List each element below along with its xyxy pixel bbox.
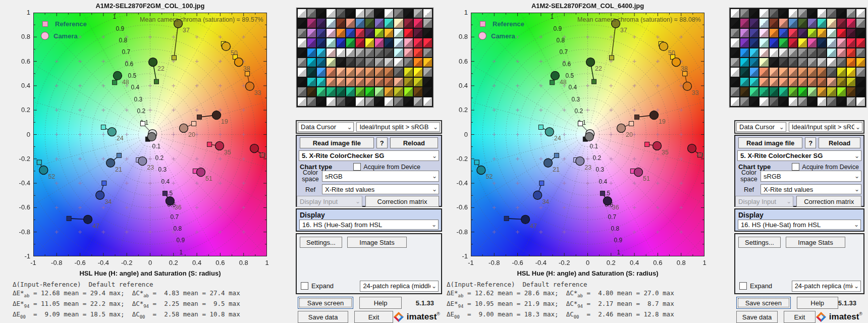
help-button[interactable]: Help [797, 297, 838, 309]
color-space-select[interactable]: sRGB ⌄ [322, 171, 439, 182]
x-tick-label: 0.4 [622, 259, 647, 266]
x-axis-label: HSL Hue (H: angle) and Saturation (S: ra… [471, 270, 704, 277]
reload-button[interactable]: Reload [819, 137, 860, 148]
view-mode-select[interactable]: Ideal/Input split > sRGB ⌄ [356, 122, 440, 132]
legend-reference-label: Reference [55, 20, 87, 28]
reference-values-value: X-Rite std values [325, 186, 431, 193]
display-input-value: Display Input [738, 198, 785, 205]
x-tick-label: -0.6 [505, 259, 530, 266]
chevron-down-icon: ⌄ [785, 199, 792, 203]
save-screen-button[interactable]: Save screen [736, 297, 791, 309]
y-tick-label: 0 [10, 131, 30, 138]
delta-e-statistics: Δ(Input-Reference) Default referenceΔE*a… [13, 281, 240, 321]
settings-button[interactable]: Settings... [738, 237, 781, 248]
legend-reference-label: Reference [493, 20, 524, 28]
read-image-file-button[interactable]: Read image file [300, 137, 374, 148]
question-button[interactable]: ? [805, 137, 816, 148]
read-image-file-button[interactable]: Read image file [738, 137, 802, 148]
y-tick-label: 0.6 [10, 58, 30, 65]
color-space-select[interactable]: sRGB ⌄ [761, 171, 861, 182]
panel-controls: Data Cursor ⌄ Ideal/Input split > sRGB ⌄… [734, 0, 864, 323]
stats-header: Δ(Input-Reference) Default reference [13, 281, 240, 289]
chart-type-select[interactable]: 5. X-Rite ColorChecker SG ⌄ [737, 150, 861, 161]
x-tick-label: -0.2 [552, 259, 577, 266]
y-tick-label: 0.4 [10, 82, 30, 89]
legend: Reference Camera [41, 18, 87, 42]
plot-frame [33, 13, 267, 256]
stats-header: Δ(Input-Reference) Default reference [447, 281, 674, 289]
display-mode-select[interactable]: 16. HS (Hue-Sat) from HSL ⌄ [299, 220, 439, 230]
expand-checkbox[interactable] [301, 282, 308, 290]
save-row-1: Save screen Help 5.1.33 [296, 297, 442, 309]
x-tick-label: -1 [458, 259, 483, 266]
reference-marker-icon [480, 21, 485, 27]
y-tick-label: -0.2 [448, 155, 468, 163]
replica-select[interactable]: 24-patch replica (middle) ⌄ [360, 281, 439, 292]
help-button[interactable]: Help [359, 297, 402, 309]
hue-saturation-plot-right: 10.90.80.70.60.50.40.30.20.110.90.80.70.… [471, 13, 704, 256]
exit-button[interactable]: Exit [354, 311, 393, 323]
camera-marker-icon [41, 32, 49, 40]
ref-label: Ref [737, 186, 761, 193]
imatest-logo-icon [393, 311, 404, 322]
image-stats-button[interactable]: Image Stats [347, 237, 407, 248]
data-cursor-select[interactable]: Data Cursor ⌄ [736, 122, 786, 132]
x-tick-label: -0.8 [44, 259, 69, 266]
chart-type-value: 5. X-Rite ColorChecker SG [740, 152, 853, 159]
display-section: Display 16. HS (Hue-Sat) from HSL ⌄ [296, 208, 442, 232]
chevron-down-icon: ⌄ [853, 187, 860, 191]
mean-chroma-annotation: Mean camera chroma (saturation) = 88.08% [577, 16, 701, 23]
expand-label: Expand [311, 282, 334, 290]
save-data-button[interactable]: Save data [298, 311, 348, 323]
x-tick-label: 0.2 [599, 259, 624, 266]
y-tick-label: -0.2 [10, 155, 30, 163]
reference-values-select[interactable]: X-Rite std values ⌄ [322, 184, 439, 194]
legend-camera-label: Camera [491, 32, 515, 40]
chart-type-select[interactable]: 5. X-Rite ColorChecker SG ⌄ [299, 150, 439, 161]
stats-row: ΔE*ab = 12.62 mean = 28.6 max; ΔC*ab = 4… [447, 289, 674, 300]
reload-button[interactable]: Reload [390, 137, 438, 148]
display-section: Display 16. HS (Hue-Sat) from HSL ⌄ [734, 208, 864, 232]
reference-values-select[interactable]: X-Rite std values ⌄ [761, 184, 861, 194]
imatest-logo-text: imatest [407, 312, 437, 322]
control-panel-middle: Data Cursor ⌄ Ideal/Input split > sRGB ⌄… [296, 0, 442, 323]
display-mode-select[interactable]: 16. HS (Hue-Sat) from HSL ⌄ [738, 220, 861, 230]
x-tick-label: 0 [575, 259, 601, 266]
x-tick-label: -0.4 [91, 259, 116, 266]
correction-matrix-button[interactable]: Correction matrix [796, 196, 861, 207]
image-stats-button[interactable]: Image Stats [786, 237, 845, 248]
save-data-button[interactable]: Save data [736, 311, 778, 323]
panel-controls: Data Cursor ⌄ Ideal/Input split > sRGB ⌄… [296, 0, 442, 323]
exit-button[interactable]: Exit [784, 311, 816, 323]
settings-button[interactable]: Settings... [300, 237, 342, 248]
display-header: Display [738, 211, 764, 219]
replica-select[interactable]: 24-patch replica (middle) ⌄ [792, 281, 861, 292]
display-input-value: Display Input [300, 198, 354, 205]
imatest-logo-icon [816, 311, 827, 322]
stats-row: ΔE00 = 9.00 mean = 18.3 max; ΔC00 = 2.46… [447, 310, 674, 321]
plot-title: A1M2-SEL2870F2GM_COL_100.jpg [33, 2, 267, 10]
cursor-view-row: Data Cursor ⌄ Ideal/Input split > sRGB ⌄ [296, 120, 442, 134]
replica-value: 24-patch replica (middle) [363, 282, 430, 290]
delta-e-statistics: Δ(Input-Reference) Default referenceΔE*a… [447, 281, 674, 321]
x-tick-label: -0.2 [114, 259, 139, 266]
y-tick-label: -0.4 [448, 179, 468, 187]
color-space-label: Color space [737, 170, 761, 183]
camera-marker-icon [478, 32, 486, 40]
imatest-logo-text: imatest [829, 312, 859, 322]
data-cursor-select[interactable]: Data Cursor ⌄ [298, 122, 354, 132]
y-tick-label: 0.6 [448, 58, 468, 65]
x-tick-label: 0.8 [231, 259, 256, 266]
y-tick-label: -0.8 [448, 228, 468, 236]
x-tick-label: 0.4 [184, 259, 209, 266]
question-button[interactable]: ? [376, 137, 388, 148]
expand-checkbox[interactable] [739, 282, 747, 290]
save-row-2: Save data Exit imatest ® [734, 311, 864, 323]
correction-matrix-button[interactable]: Correction matrix [365, 196, 439, 207]
hue-saturation-plot-left: 10.90.80.70.60.50.40.30.20.110.90.80.70.… [33, 13, 267, 256]
input-group: Read image file ? Reload 5. X-Rite Color… [296, 135, 442, 207]
view-mode-value: Ideal/Input split > sRGB [359, 123, 432, 131]
save-row-1: Save screen Help 5.1.33 [734, 297, 864, 309]
view-mode-select[interactable]: Ideal/Input split > sRGB ⌄ [789, 122, 862, 132]
save-screen-button[interactable]: Save screen [298, 297, 353, 309]
